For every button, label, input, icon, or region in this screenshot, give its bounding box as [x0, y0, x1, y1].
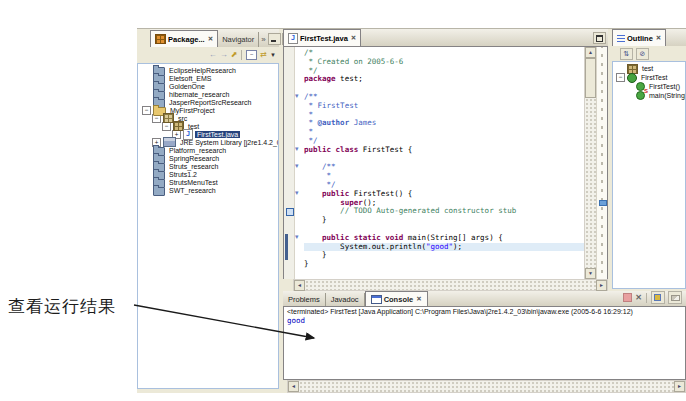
tab-javadoc[interactable]: Javadoc	[326, 293, 365, 306]
clear-console-icon[interactable]	[668, 291, 682, 304]
ruler-cell	[284, 119, 294, 128]
tree-item-jre-system-library-j2re1-4-2-03[interactable]: +JRE System Library [j2re1.4.2_03]	[138, 138, 278, 146]
tab-outline[interactable]: Outline ✕	[612, 29, 666, 46]
tree-item-eclipsehelpresearch[interactable]: EclipseHelpResearch	[138, 66, 278, 74]
fold-cell	[295, 58, 304, 67]
filter-icon[interactable]: ⊘	[636, 48, 649, 60]
editor-horizontal-scrollbar[interactable]: ◄ ►	[293, 279, 608, 291]
code-line[interactable]: *	[304, 128, 584, 137]
sort-icon[interactable]: ⇅	[620, 48, 633, 60]
tree-item-firsttest[interactable]: −FirstTest	[613, 73, 685, 82]
tree-item-hibernate-research[interactable]: hibernate_research	[138, 90, 278, 98]
tree-item-platform-research[interactable]: Platform_research	[138, 146, 278, 154]
code-line[interactable]: public class FirstTest {	[304, 146, 584, 155]
code-line[interactable]	[304, 84, 584, 93]
tree-item-myfirstproject[interactable]: −MyFirstProject	[138, 106, 278, 114]
collapse-all-icon[interactable]: −	[246, 50, 257, 60]
link-with-editor-icon[interactable]: ⇄	[260, 51, 267, 59]
code-line[interactable]: }	[304, 216, 584, 225]
scroll-right-icon[interactable]: ►	[596, 280, 607, 291]
terminate-icon[interactable]	[623, 293, 632, 302]
fold-toggle-icon[interactable]: ▾	[295, 189, 299, 197]
close-icon[interactable]: ✕	[351, 34, 356, 42]
tree-item-jasperreportsrcresearch[interactable]: JasperReportSrcResearch	[138, 98, 278, 106]
expand-toggle[interactable]: −	[142, 106, 151, 115]
code-line[interactable]: * Created on 2005-6-6	[304, 58, 584, 67]
tree-item-test[interactable]: test	[613, 64, 685, 73]
overview-ruler[interactable]	[596, 47, 607, 279]
code-line[interactable]: /**	[304, 163, 584, 172]
tree-item-main-string-args[interactable]: Smain(String[] args)	[613, 91, 685, 100]
remove-launch-icon[interactable]: ✕	[635, 294, 642, 302]
close-icon[interactable]: ✕	[208, 35, 213, 43]
package-explorer-tree[interactable]: EclipseHelpResearchEletsoft_EMSGoldenOne…	[137, 63, 279, 389]
package-explorer-icon	[155, 34, 166, 44]
scroll-left-icon[interactable]: ◄	[288, 381, 299, 392]
tab-package-explorer[interactable]: Package... ✕	[150, 30, 218, 47]
expand-toggle[interactable]: −	[616, 73, 625, 82]
tree-item-firsttest[interactable]: FirstTest()	[613, 82, 685, 91]
console-output-area[interactable]: <terminated> FirstTest [Java Application…	[283, 306, 686, 380]
fold-toggle-icon[interactable]: ▾	[295, 92, 299, 100]
tree-item-struts1-2[interactable]: Struts1.2	[138, 170, 278, 178]
tab-firsttest-java[interactable]: FirstTest.java ✕	[283, 29, 361, 46]
scrollbar-track[interactable]	[299, 381, 674, 392]
method-icon: S	[636, 91, 645, 100]
tree-item-test[interactable]: −test	[138, 122, 278, 130]
code-line[interactable]: }	[304, 260, 584, 269]
tree-item-strutsmenutest[interactable]: StrutsMenuTest	[138, 178, 278, 186]
fold-cell	[295, 128, 304, 137]
code-line[interactable]: * FirstTest	[304, 102, 584, 111]
code-line[interactable]: // TODO Auto-generated constructor stub	[304, 207, 584, 216]
console-horizontal-scrollbar[interactable]: ◄ ►	[287, 380, 686, 393]
code-line[interactable]: * @author James	[304, 119, 584, 128]
tab-navigator[interactable]: Navigator	[218, 32, 259, 47]
scroll-left-icon[interactable]: ◄	[294, 280, 305, 291]
jfile-icon	[183, 129, 193, 140]
tab-console[interactable]: Console✕	[365, 291, 428, 306]
go-into-icon[interactable]: ⬈	[231, 51, 238, 59]
tree-item-swt-research[interactable]: SWT_research	[138, 186, 278, 194]
code-line[interactable]: *	[304, 172, 584, 181]
editor-vertical-ruler[interactable]	[284, 47, 295, 279]
tree-item-goldenone[interactable]: GoldenOne	[138, 82, 278, 90]
console-tabbar: ProblemsJavadocConsole✕ ✕	[283, 291, 686, 307]
scrollbar-track[interactable]	[305, 280, 596, 290]
code-area[interactable]: /* * Created on 2005-6-6 */package test;…	[304, 47, 584, 279]
fold-toggle-icon[interactable]: ▾	[295, 145, 299, 153]
back-icon[interactable]: ←	[209, 51, 217, 59]
overview-marker[interactable]	[599, 200, 607, 206]
tree-item-eletsoft-ems[interactable]: Eletsoft_EMS	[138, 74, 278, 82]
close-icon[interactable]: ✕	[656, 34, 661, 42]
code-line[interactable]: System.out.println("good");	[304, 243, 584, 252]
tab-problems[interactable]: Problems	[283, 293, 326, 306]
scroll-down-icon[interactable]: ▼	[585, 268, 596, 279]
outline-tree[interactable]: test−FirstTestFirstTest()Smain(String[] …	[612, 61, 686, 289]
tree-item-struts-research[interactable]: Struts_research	[138, 162, 278, 170]
maximize-button[interactable]	[593, 32, 606, 44]
scrollbar-track[interactable]	[585, 98, 596, 268]
fold-toggle-icon[interactable]: ▾	[295, 162, 299, 170]
editor-vertical-scrollbar[interactable]: ▲ ▼	[584, 47, 596, 279]
scroll-up-icon[interactable]: ▲	[585, 47, 596, 58]
code-line[interactable]	[304, 155, 584, 164]
editor-folding-margin[interactable]: ▾▾▾▾▾	[295, 47, 304, 279]
close-icon[interactable]: ✕	[416, 295, 421, 303]
fold-toggle-icon[interactable]: ▾	[295, 233, 299, 241]
forward-icon[interactable]: →	[220, 51, 228, 59]
minimize-button[interactable]	[268, 33, 281, 45]
code-line[interactable]: package test;	[304, 75, 584, 84]
view-menu-icon[interactable]: ▼	[270, 51, 276, 59]
tab-label: FirstTest.java	[300, 34, 348, 43]
tree-item-springresearch[interactable]: SpringResearch	[138, 154, 278, 162]
editor-window-buttons	[593, 32, 606, 44]
scrollbar-thumb[interactable]	[585, 58, 596, 98]
pin-console-icon[interactable]	[651, 291, 665, 304]
view-chevron-icon[interactable]: »	[261, 35, 265, 44]
tree-item-label: SpringResearch	[167, 155, 221, 162]
fold-cell	[295, 75, 304, 84]
code-line[interactable]: }	[304, 251, 584, 260]
java-file-icon	[288, 33, 298, 44]
scroll-right-icon[interactable]: ►	[674, 381, 685, 392]
package-explorer-view: Package... ✕ Navigator » ← → ⬈ − ⇄	[137, 29, 279, 391]
